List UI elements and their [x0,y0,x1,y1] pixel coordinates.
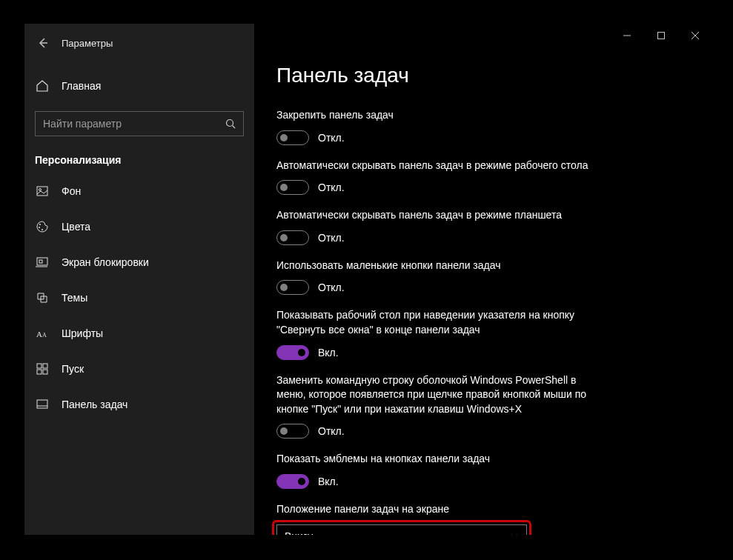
setting-label: Автоматически скрывать панель задач в ре… [276,208,595,223]
svg-rect-14 [37,370,42,374]
setting-label: Показать эмблемы на кнопках панели задач [276,452,595,467]
dropdown-value: Внизу [285,530,313,535]
toggle-state-label: Откл. [318,181,345,193]
setting-label: Закрепить панель задач [276,108,595,123]
palette-icon [35,219,50,234]
sidebar-section-title: Персонализация [24,136,254,173]
svg-rect-13 [43,364,47,368]
toggle-switch[interactable] [276,474,309,489]
sidebar-item-label: Фон [62,185,81,197]
toggle-state-label: Вкл. [318,347,339,359]
home-icon [35,79,50,93]
themes-icon [35,290,50,305]
lockscreen-icon [35,255,50,270]
svg-rect-15 [43,370,47,374]
back-button[interactable] [32,32,54,54]
settings-window: Параметры Главная Персонализация Фон Цве… [24,24,712,535]
setting-row: Показывать рабочий стол при наведении ук… [276,308,595,359]
sidebar-item-start[interactable]: Пуск [24,351,254,387]
setting-row: Закрепить панель задачОткл. [276,108,595,145]
setting-label: Использовать маленькие кнопки панели зад… [276,259,595,273]
app-title: Параметры [62,38,113,49]
sidebar-item-themes[interactable]: Темы [24,280,254,316]
svg-line-1 [233,126,236,129]
toggle-state-label: Откл. [318,132,345,144]
chevron-down-icon [510,532,519,535]
close-button[interactable] [678,24,712,47]
setting-label: Автоматически скрывать панель задач в ре… [276,159,595,173]
toggle-switch[interactable] [276,130,309,145]
svg-rect-8 [39,260,42,263]
setting-row: Автоматически скрывать панель задач в ре… [276,159,595,196]
svg-point-3 [39,189,42,191]
taskbar-position-dropdown[interactable]: Внизу [276,524,527,535]
page-title: Панель задач [276,64,690,87]
svg-point-4 [39,224,41,225]
sidebar-item-colors[interactable]: Цвета [24,209,254,244]
sidebar-item-label: Экран блокировки [62,256,149,268]
search-box[interactable] [35,111,244,136]
minimize-button[interactable] [610,24,644,47]
close-icon [691,32,699,39]
setting-row: Автоматически скрывать панель задач в ре… [276,208,595,245]
sidebar-item-label: Темы [62,292,87,304]
image-icon [35,184,50,199]
toggle-state-label: Откл. [318,281,345,293]
fonts-icon: AA [35,326,50,341]
toggle-switch[interactable] [276,230,309,245]
arrow-left-icon [37,37,49,49]
setting-label: Заменить командную строку оболочкой Wind… [276,373,595,417]
sidebar-item-label: Панель задач [62,399,127,410]
toggle-switch[interactable] [276,180,309,195]
sidebar: Параметры Главная Персонализация Фон Цве… [24,24,254,535]
toggle-switch[interactable] [276,424,309,439]
setting-row: Показать эмблемы на кнопках панели задач… [276,452,595,489]
svg-text:A: A [42,332,47,339]
sidebar-item-taskbar[interactable]: Панель задач [24,387,254,422]
toggle-state-label: Вкл. [318,476,339,487]
start-icon [35,361,50,376]
setting-label: Показывать рабочий стол при наведении ук… [276,308,595,337]
svg-text:A: A [36,330,42,339]
minimize-icon [623,32,631,39]
svg-point-6 [42,229,43,230]
setting-row: Использовать маленькие кнопки панели зад… [276,259,595,296]
sidebar-home-label: Главная [62,80,101,92]
sidebar-item-background[interactable]: Фон [24,173,254,209]
taskbar-icon [35,397,50,412]
maximize-icon [657,32,665,39]
sidebar-item-fonts[interactable]: AA Шрифты [24,316,254,351]
svg-rect-16 [37,400,47,408]
toggle-switch[interactable] [276,280,309,295]
sidebar-home[interactable]: Главная [24,71,254,101]
toggle-state-label: Откл. [318,232,345,244]
sidebar-item-label: Цвета [62,221,90,233]
setting-row: Заменить командную строку оболочкой Wind… [276,373,595,439]
sidebar-item-label: Шрифты [62,327,103,339]
svg-rect-12 [37,364,42,368]
sidebar-item-label: Пуск [62,363,84,375]
toggle-switch[interactable] [276,345,309,360]
search-icon [225,119,236,129]
content-pane: Панель задач Закрепить панель задачОткл.… [254,24,712,535]
toggle-state-label: Откл. [318,425,345,437]
svg-point-0 [227,120,233,127]
svg-point-5 [39,227,40,228]
svg-rect-19 [658,33,665,39]
search-input[interactable] [43,118,225,130]
maximize-button[interactable] [644,24,678,47]
sidebar-item-lockscreen[interactable]: Экран блокировки [24,244,254,280]
dropdown-label: Положение панели задач на экране [276,502,595,517]
svg-rect-2 [37,187,47,196]
